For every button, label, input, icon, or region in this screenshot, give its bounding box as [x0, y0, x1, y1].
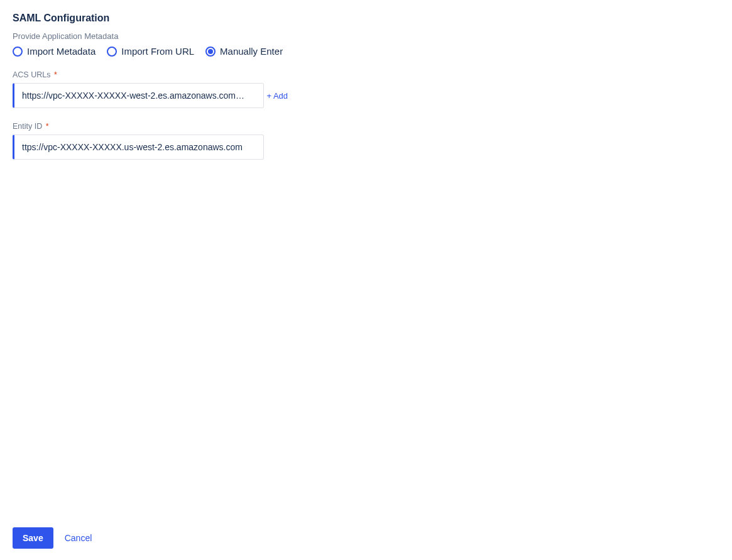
radio-icon: [205, 47, 216, 57]
metadata-subtext: Provide Application Metadata: [13, 31, 719, 41]
radio-manually-enter[interactable]: Manually Enter: [205, 46, 283, 57]
acs-urls-input[interactable]: [13, 83, 264, 108]
entity-id-field-group: Entity ID *: [13, 122, 719, 160]
radio-import-from-url[interactable]: Import From URL: [107, 46, 194, 57]
metadata-radio-group: Import Metadata Import From URL Manually…: [13, 46, 719, 57]
radio-label-import-metadata: Import Metadata: [27, 46, 96, 57]
radio-import-metadata[interactable]: Import Metadata: [13, 46, 96, 57]
radio-icon: [107, 47, 117, 57]
save-button[interactable]: Save: [13, 527, 53, 549]
entity-id-input[interactable]: [13, 135, 264, 160]
cancel-button[interactable]: Cancel: [65, 533, 92, 543]
footer-actions: Save Cancel: [13, 527, 92, 549]
required-indicator: *: [54, 70, 57, 79]
entity-id-label-text: Entity ID: [13, 122, 42, 131]
acs-urls-field-group: ACS URLs * + Add: [13, 70, 719, 108]
add-acs-url-link[interactable]: + Add: [266, 91, 288, 101]
page-title: SAML Configuration: [13, 13, 719, 24]
radio-label-import-from-url: Import From URL: [121, 46, 194, 57]
acs-urls-label: ACS URLs *: [13, 70, 719, 79]
required-indicator: *: [46, 122, 49, 131]
radio-icon: [13, 47, 23, 57]
entity-id-label: Entity ID *: [13, 122, 719, 131]
radio-label-manually-enter: Manually Enter: [220, 46, 283, 57]
acs-urls-label-text: ACS URLs: [13, 70, 50, 79]
